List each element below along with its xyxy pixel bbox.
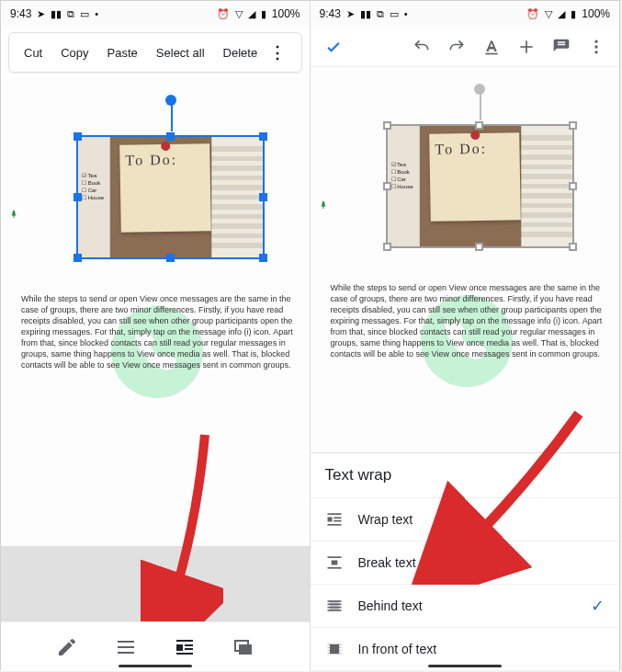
handle-bm[interactable]	[475, 243, 483, 251]
checkmark-icon: ✓	[591, 596, 605, 616]
edit-icon[interactable]	[56, 636, 78, 658]
ctx-delete[interactable]: Delete	[214, 46, 267, 60]
svg-rect-31	[327, 607, 341, 609]
sticky-note: To Do:	[429, 132, 521, 222]
document-canvas[interactable]: Tea Book Car House To Do:	[311, 67, 620, 671]
paper-stack	[211, 137, 263, 257]
option-behind-text[interactable]: Behind text ✓	[311, 585, 620, 628]
send-icon: ➤	[346, 8, 355, 20]
wifi-icon: ▽	[235, 8, 243, 20]
behind-text-icon	[325, 597, 344, 615]
svg-rect-24	[327, 524, 341, 526]
handle-tr[interactable]	[259, 132, 267, 141]
phone-left: 9:43 ➤ ▮▮ ⧉ ▭ • ⏰ ▽ ◢ ▮ 100% Cut Copy Pa…	[1, 1, 311, 671]
checklist: Tea Book Car House	[82, 172, 104, 201]
svg-rect-29	[327, 600, 341, 602]
option-label: Break text	[358, 555, 416, 570]
body-paragraph[interactable]: While the steps to send or open View onc…	[331, 282, 606, 359]
body-paragraph[interactable]: While the steps to send or open View onc…	[21, 293, 297, 370]
svg-rect-8	[185, 648, 193, 650]
rotate-handle[interactable]	[165, 95, 176, 106]
option-label: Wrap text	[358, 512, 413, 527]
option-label: Behind text	[358, 598, 423, 613]
option-break-text[interactable]: Break text	[311, 541, 620, 585]
battery-icon: ▮	[261, 8, 266, 20]
handle-bm[interactable]	[166, 254, 175, 262]
svg-point-17	[594, 51, 597, 53]
rotate-handle[interactable]	[474, 84, 485, 95]
checklist: Tea Book Car House	[391, 161, 413, 190]
svg-rect-12	[485, 52, 497, 54]
ctx-select-all[interactable]: Select all	[147, 46, 214, 60]
voicemail-icon: ⧉	[67, 8, 74, 20]
done-check-icon[interactable]	[318, 31, 349, 63]
keyboard-area	[1, 546, 310, 621]
pause-icon: ▮▮	[360, 8, 371, 20]
svg-rect-2	[118, 641, 134, 643]
ctx-more-icon[interactable]: ⋮	[266, 42, 288, 63]
svg-rect-30	[327, 604, 341, 606]
handle-ml[interactable]	[74, 193, 82, 201]
front-text-icon	[325, 640, 344, 658]
comment-icon[interactable]	[546, 31, 577, 63]
svg-rect-6	[176, 644, 183, 651]
handle-tr[interactable]	[569, 121, 577, 130]
svg-rect-37	[330, 644, 339, 654]
paper-stack	[521, 126, 572, 246]
pin-icon	[470, 131, 480, 140]
redo-icon[interactable]	[441, 31, 472, 63]
battery-icon: ▮	[571, 8, 576, 20]
option-label: In front of text	[358, 642, 437, 656]
anchor-pin-icon	[8, 207, 19, 218]
add-icon[interactable]	[511, 31, 542, 63]
wrap-text-icon	[325, 510, 344, 529]
svg-rect-5	[176, 640, 193, 642]
image-left-panel: Tea Book Car House	[388, 126, 420, 246]
text-format-icon[interactable]	[476, 31, 507, 63]
handle-tl[interactable]	[74, 132, 82, 141]
ctx-cut[interactable]: Cut	[15, 46, 51, 60]
handle-tm[interactable]	[166, 132, 175, 141]
undo-icon[interactable]	[406, 31, 437, 63]
handle-mr[interactable]	[569, 182, 577, 190]
svg-rect-7	[185, 644, 193, 646]
handle-br[interactable]	[569, 243, 577, 251]
handle-br[interactable]	[259, 254, 267, 262]
more-icon[interactable]	[581, 31, 612, 63]
selected-image[interactable]: Tea Book Car House To Do:	[386, 124, 574, 248]
sheet-title: Text wrap	[311, 453, 620, 498]
text-wrap-sheet: Text wrap Wrap text Break text Behind te…	[311, 452, 620, 671]
svg-rect-0	[14, 215, 15, 218]
text-wrap-icon[interactable]	[174, 636, 196, 658]
bottom-toolbar	[1, 621, 310, 671]
handle-bl[interactable]	[74, 254, 82, 262]
nav-bar[interactable]	[119, 665, 192, 667]
dot-icon: •	[404, 8, 408, 19]
handle-tm[interactable]	[475, 121, 483, 130]
ctx-paste[interactable]: Paste	[98, 46, 147, 60]
handle-bl[interactable]	[383, 243, 391, 251]
context-menu: Cut Copy Paste Select all Delete ⋮	[8, 32, 302, 73]
handle-ml[interactable]	[383, 182, 391, 190]
nav-bar[interactable]	[428, 665, 502, 667]
svg-rect-28	[330, 601, 339, 610]
svg-rect-11	[239, 644, 252, 655]
status-battery: 100%	[272, 7, 300, 20]
ctx-copy[interactable]: Copy	[51, 46, 97, 60]
image-replace-icon[interactable]	[232, 636, 254, 658]
image-icon: ▭	[80, 8, 89, 20]
phone-right: 9:43 ➤ ▮▮ ⧉ ▭ • ⏰ ▽ ◢ ▮ 100%	[311, 1, 620, 671]
rotate-line	[171, 102, 173, 131]
handle-mr[interactable]	[259, 193, 267, 201]
svg-rect-21	[327, 518, 332, 522]
svg-rect-3	[118, 646, 134, 648]
handle-tl[interactable]	[383, 121, 391, 130]
selected-image[interactable]: Tea Book Car House To Do:	[76, 135, 265, 259]
document-canvas[interactable]: Tea Book Car House To Do:	[1, 78, 310, 671]
svg-rect-20	[327, 513, 341, 515]
rotate-line	[480, 91, 481, 120]
option-wrap-text[interactable]: Wrap text	[311, 498, 620, 541]
svg-rect-9	[176, 653, 193, 655]
image-left-panel: Tea Book Car House	[78, 137, 110, 257]
align-icon[interactable]	[115, 636, 137, 658]
